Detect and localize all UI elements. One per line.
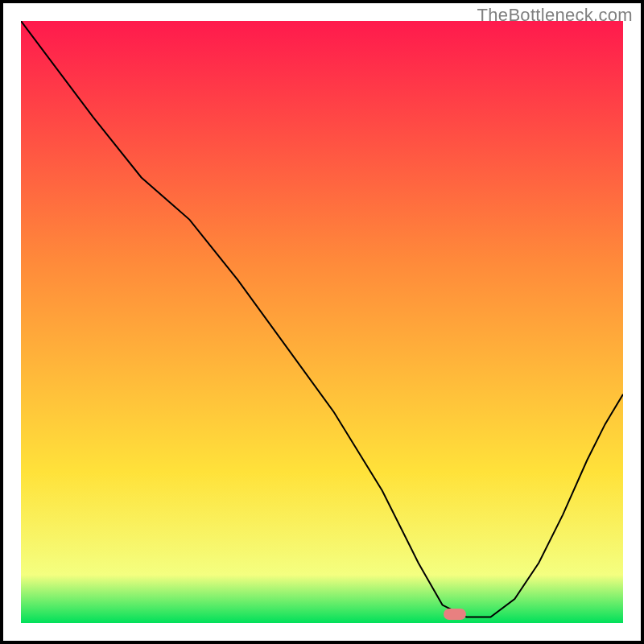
- watermark-text: TheBottleneck.com: [477, 5, 633, 26]
- chart-frame: TheBottleneck.com: [0, 0, 644, 644]
- optimal-marker: [444, 609, 466, 620]
- chart-plot-area: [21, 21, 623, 623]
- chart-svg: [21, 21, 623, 623]
- gradient-background: [21, 21, 623, 623]
